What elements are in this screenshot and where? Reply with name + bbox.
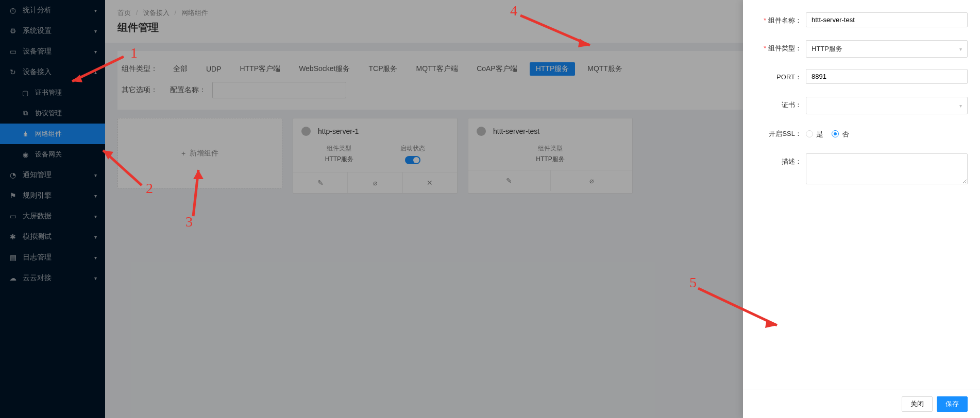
port-input[interactable] — [806, 69, 968, 84]
form-row-port: PORT： — [755, 69, 968, 85]
form-row-desc: 描述： — [755, 153, 968, 186]
drawer-body: *组件名称： *组件类型： HTTP服务 ▾ PORT： — [743, 0, 980, 390]
required-mark: * — [764, 44, 766, 52]
form-name-label: *组件名称： — [755, 12, 802, 29]
close-button[interactable]: 关闭 — [902, 396, 933, 412]
ssl-radio-group: 是 否 — [806, 126, 968, 142]
select-value: HTTP服务 — [812, 44, 842, 54]
form-control: HTTP服务 ▾ — [806, 40, 968, 58]
form-desc-label: 描述： — [755, 153, 802, 170]
form-row-cert: 证书： ▾ — [755, 97, 968, 114]
drawer-footer: 关闭 保存 — [743, 390, 980, 418]
form-control — [806, 69, 968, 84]
radio-label: 否 — [842, 126, 849, 142]
app-root: ◷ 统计分析 ▾ ⚙ 系统设置 ▾ ▭ 设备管理 ▾ ↻ 设备接入 ▴ ▢ 证书… — [0, 0, 980, 418]
chevron-down-icon: ▾ — [959, 46, 962, 52]
ssl-radio-yes[interactable]: 是 — [806, 126, 823, 142]
description-textarea[interactable] — [806, 153, 968, 184]
ssl-radio-no[interactable]: 否 — [832, 126, 849, 142]
form-row-type: *组件类型： HTTP服务 ▾ — [755, 40, 968, 58]
form-ssl-label: 开启SSL： — [755, 126, 802, 142]
form-row-name: *组件名称： — [755, 12, 968, 29]
form-port-label: PORT： — [755, 69, 802, 85]
required-mark: * — [764, 16, 766, 24]
form-control — [806, 153, 968, 186]
radio-icon — [832, 130, 839, 137]
form-control: ▾ — [806, 97, 968, 114]
radio-label: 是 — [816, 126, 823, 142]
component-name-input[interactable] — [806, 12, 968, 27]
form-type-label: *组件类型： — [755, 40, 802, 57]
cert-select[interactable]: ▾ — [806, 97, 968, 114]
form-row-ssl: 开启SSL： 是 否 — [755, 126, 968, 142]
drawer: *组件名称： *组件类型： HTTP服务 ▾ PORT： — [743, 0, 980, 418]
save-button[interactable]: 保存 — [937, 396, 968, 412]
form-cert-label: 证书： — [755, 97, 802, 113]
radio-icon — [806, 130, 813, 137]
chevron-down-icon: ▾ — [959, 103, 962, 109]
form-control — [806, 12, 968, 27]
component-type-select[interactable]: HTTP服务 ▾ — [806, 40, 968, 58]
